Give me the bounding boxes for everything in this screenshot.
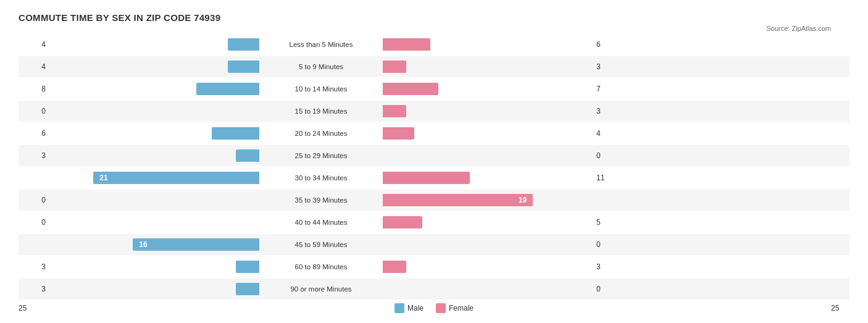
female-bar-container	[383, 172, 593, 184]
female-bar-container: 19	[383, 194, 593, 206]
bar-row: 0 40 to 44 Minutes 5	[19, 212, 849, 233]
female-value: 3	[593, 107, 624, 115]
row-label: 90 or more Minutes	[259, 285, 383, 293]
female-value: 6	[593, 40, 624, 49]
male-bar	[236, 261, 259, 273]
bar-row: 16 45 to 59 Minutes 0	[19, 234, 849, 255]
male-value: 3	[19, 262, 49, 271]
male-bar	[236, 283, 259, 295]
female-value: 11	[593, 174, 624, 182]
male-bar-container	[49, 105, 259, 117]
female-value: 3	[593, 262, 624, 271]
male-value: 0	[19, 218, 49, 227]
female-bar	[383, 172, 470, 184]
male-bar-container: 21	[49, 172, 259, 184]
female-bar-container	[383, 238, 593, 251]
row-label: 40 to 44 Minutes	[259, 219, 383, 226]
right-axis-label: 25	[831, 304, 849, 313]
female-value: 3	[593, 62, 624, 71]
female-value: 0	[593, 151, 624, 160]
female-bar-container	[383, 127, 593, 140]
male-bar-container	[49, 38, 259, 51]
row-label: 30 to 34 Minutes	[259, 174, 383, 182]
bar-row: 0 15 to 19 Minutes 3	[19, 101, 849, 122]
male-value: 4	[19, 40, 49, 49]
male-bar	[228, 38, 259, 51]
male-bar: 16	[133, 238, 259, 251]
bar-row: 6 20 to 24 Minutes 4	[19, 123, 849, 144]
male-bar: 21	[93, 172, 259, 184]
row-label: Less than 5 Minutes	[259, 41, 383, 48]
female-bar-container	[383, 83, 593, 95]
bar-row: 3 60 to 89 Minutes 3	[19, 256, 849, 277]
male-bar-container	[49, 194, 259, 206]
female-bar	[383, 127, 414, 140]
female-bar-label: 19	[515, 195, 530, 206]
left-axis-label: 25	[19, 304, 37, 313]
male-bar	[212, 127, 259, 140]
male-legend-box	[394, 303, 404, 313]
bar-row: 4 5 to 9 Minutes 3	[19, 56, 849, 77]
bar-row: 4 Less than 5 Minutes 6	[19, 34, 849, 55]
female-bar	[383, 216, 422, 229]
female-value: 4	[593, 129, 624, 138]
male-value: 8	[19, 85, 49, 93]
male-value: 0	[19, 196, 49, 204]
male-bar-container	[49, 149, 259, 162]
chart-title: COMMUTE TIME BY SEX IN ZIP CODE 74939	[19, 12, 849, 23]
female-label: Female	[449, 304, 474, 313]
male-bar-container	[49, 261, 259, 273]
female-bar-container	[383, 283, 593, 295]
female-value: 0	[593, 240, 624, 249]
bar-row: 21 30 to 34 Minutes 11	[19, 167, 849, 188]
bar-row: 0 35 to 39 Minutes 19	[19, 190, 849, 211]
female-bar-container	[383, 216, 593, 229]
row-label: 15 to 19 Minutes	[259, 107, 383, 115]
female-value: 0	[593, 285, 624, 293]
male-bar-container	[49, 83, 259, 95]
female-bar-container	[383, 149, 593, 162]
female-bar	[383, 261, 406, 273]
male-bar-label: 21	[96, 172, 111, 183]
male-label: Male	[407, 304, 424, 313]
male-bar-container	[49, 61, 259, 73]
male-value: 4	[19, 62, 49, 71]
source-label: Source: ZipAtlas.com	[766, 25, 831, 32]
female-value: 5	[593, 218, 624, 227]
male-bar	[196, 83, 259, 95]
male-bar-label: 16	[136, 239, 150, 250]
female-bar-container	[383, 261, 593, 273]
male-bar	[228, 61, 259, 73]
male-bar-container	[49, 127, 259, 140]
male-bar	[236, 149, 259, 162]
bar-row: 3 25 to 29 Minutes 0	[19, 145, 849, 166]
row-label: 5 to 9 Minutes	[259, 63, 383, 70]
male-bar-container: 16	[49, 238, 259, 251]
bar-row: 8 10 to 14 Minutes 7	[19, 78, 849, 99]
female-legend-box	[436, 303, 446, 313]
female-value: 7	[593, 85, 624, 93]
female-bar	[383, 83, 438, 95]
row-label: 10 to 14 Minutes	[259, 85, 383, 93]
male-bar-container	[49, 216, 259, 229]
female-bar-container	[383, 105, 593, 117]
female-bar	[383, 61, 406, 73]
chart-area: 4 Less than 5 Minutes 6 4 5 to 9 Minutes…	[19, 34, 849, 300]
bar-row: 3 90 or more Minutes 0	[19, 279, 849, 300]
female-bar: 19	[383, 194, 533, 206]
male-value: 6	[19, 129, 49, 138]
male-bar-container	[49, 283, 259, 295]
legend-female: Female	[436, 303, 474, 313]
row-label: 35 to 39 Minutes	[259, 196, 383, 204]
row-label: 20 to 24 Minutes	[259, 130, 383, 137]
male-value: 3	[19, 285, 49, 293]
legend-male: Male	[394, 303, 424, 313]
row-label: 25 to 29 Minutes	[259, 152, 383, 159]
female-bar-container	[383, 61, 593, 73]
male-value: 0	[19, 107, 49, 115]
row-label: 45 to 59 Minutes	[259, 241, 383, 248]
row-label: 60 to 89 Minutes	[259, 263, 383, 271]
bottom-row: 25 Male Female 25	[19, 303, 849, 313]
female-bar	[383, 38, 430, 51]
male-value: 3	[19, 151, 49, 160]
